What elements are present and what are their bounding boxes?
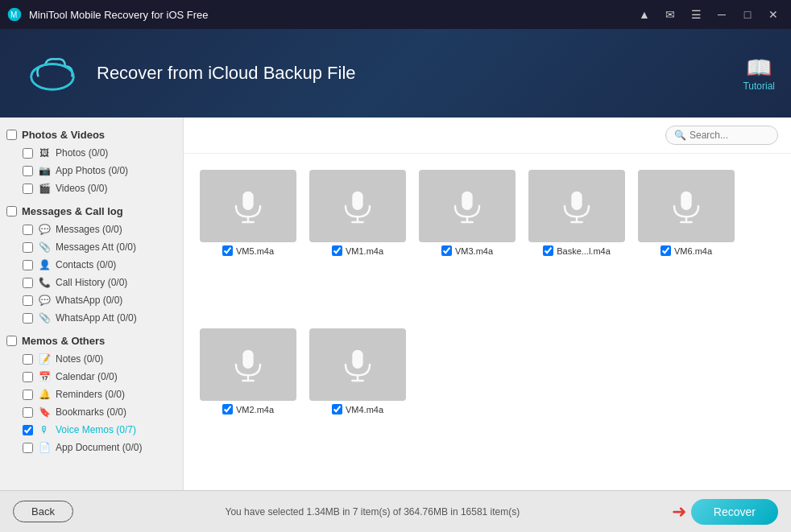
maximize-button[interactable]: □	[736, 3, 759, 26]
sidebar-item-0-0[interactable]: 🖼Photos (0/0)	[0, 144, 183, 162]
sidebar-item-label-1-5: WhatsApp Att (0/0)	[56, 312, 137, 324]
sidebar: Photos & Videos🖼Photos (0/0)📷App Photos …	[0, 118, 184, 490]
file-item[interactable]: VM6.m4a	[638, 170, 735, 315]
sidebar-item-checkbox-1-1[interactable]	[23, 242, 33, 253]
sidebar-item-checkbox-0-0[interactable]	[23, 148, 33, 159]
file-check-row: Baske...l.m4a	[543, 245, 611, 256]
sidebar-group-1: Messages & Call log💬Messages (0/0)📎Messa…	[0, 202, 183, 327]
file-item[interactable]: VM4.m4a	[309, 328, 406, 474]
sidebar-item-1-4[interactable]: 💬WhatsApp (0/0)	[0, 291, 183, 309]
file-name: VM6.m4a	[674, 246, 712, 256]
sidebar-item-2-2[interactable]: 🔔Reminders (0/0)	[0, 386, 183, 403]
sidebar-item-0-2[interactable]: 🎬Videos (0/0)	[0, 179, 183, 197]
sidebar-item-1-0[interactable]: 💬Messages (0/0)	[0, 221, 183, 238]
file-thumbnail	[309, 328, 406, 401]
sidebar-item-1-5[interactable]: 📎WhatsApp Att (0/0)	[0, 309, 183, 327]
content-toolbar: 🔍	[184, 118, 791, 154]
sidebar-group-checkbox-0[interactable]	[6, 130, 17, 140]
book-icon: 📖	[746, 56, 772, 80]
sidebar-group-header-0[interactable]: Photos & Videos	[0, 126, 183, 144]
file-name: Baske...l.m4a	[557, 246, 611, 256]
sidebar-item-2-5[interactable]: 📄App Document (0/0)	[0, 439, 183, 456]
file-checkbox[interactable]	[661, 245, 671, 256]
sidebar-item-icon-2-4: 🎙	[38, 423, 51, 436]
sidebar-item-checkbox-0-1[interactable]	[23, 166, 33, 176]
file-checkbox[interactable]	[543, 245, 553, 256]
sidebar-item-checkbox-2-1[interactable]	[23, 372, 33, 382]
file-checkbox[interactable]	[441, 245, 452, 256]
file-name: VM5.m4a	[236, 246, 274, 256]
sidebar-item-icon-1-2: 👤	[38, 258, 51, 271]
mail-icon[interactable]: ✉	[659, 3, 681, 26]
sidebar-item-checkbox-2-3[interactable]	[23, 407, 33, 418]
sidebar-item-checkbox-1-2[interactable]	[23, 260, 33, 270]
file-checkbox[interactable]	[222, 245, 233, 256]
file-check-row: VM3.m4a	[441, 245, 493, 256]
sidebar-group-0: Photos & Videos🖼Photos (0/0)📷App Photos …	[0, 126, 183, 197]
file-thumbnail	[200, 170, 296, 242]
upload-icon[interactable]: ▲	[633, 3, 656, 26]
mic-icon	[228, 186, 268, 226]
file-item[interactable]: VM5.m4a	[200, 170, 296, 315]
file-check-row: VM6.m4a	[661, 245, 712, 256]
svg-rect-22	[352, 350, 362, 369]
sidebar-group-header-2[interactable]: Memos & Others	[0, 332, 183, 350]
svg-rect-19	[242, 350, 253, 369]
tutorial-button[interactable]: 📖 Tutorial	[743, 56, 775, 92]
file-checkbox[interactable]	[222, 404, 233, 414]
back-button[interactable]: Back	[13, 501, 73, 522]
sidebar-item-checkbox-1-4[interactable]	[23, 295, 33, 306]
app-icon: M	[6, 6, 23, 23]
sidebar-group-checkbox-1[interactable]	[6, 206, 17, 217]
sidebar-item-1-1[interactable]: 📎Messages Att (0/0)	[0, 238, 183, 256]
titlebar-controls: ▲ ✉ ☰ ─ □ ✕	[633, 3, 785, 26]
sidebar-item-2-0[interactable]: 📝Notes (0/0)	[0, 350, 183, 368]
sidebar-item-checkbox-2-2[interactable]	[23, 390, 33, 400]
sidebar-item-2-3[interactable]: 🔖Bookmarks (0/0)	[0, 403, 183, 421]
sidebar-item-checkbox-1-5[interactable]	[23, 313, 33, 324]
sidebar-item-icon-2-5: 📄	[38, 441, 51, 454]
search-box[interactable]: 🔍	[665, 126, 778, 145]
sidebar-item-checkbox-1-3[interactable]	[23, 278, 33, 288]
file-thumbnail	[200, 328, 296, 401]
sidebar-item-label-1-3: Call History (0/0)	[56, 277, 127, 288]
sidebar-item-checkbox-2-4[interactable]	[23, 425, 33, 435]
file-checkbox[interactable]	[332, 404, 342, 414]
header: Recover from iCloud Backup File 📖 Tutori…	[0, 29, 791, 118]
close-button[interactable]: ✕	[762, 3, 785, 26]
sidebar-item-checkbox-1-0[interactable]	[23, 225, 33, 235]
file-name: VM2.m4a	[236, 405, 274, 414]
sidebar-item-0-1[interactable]: 📷App Photos (0/0)	[0, 162, 183, 179]
recover-button[interactable]: Recover	[691, 499, 778, 525]
sidebar-item-label-2-5: App Document (0/0)	[56, 442, 142, 453]
file-item[interactable]: Baske...l.m4a	[528, 170, 625, 315]
sidebar-group-checkbox-2[interactable]	[6, 336, 17, 346]
svg-rect-16	[681, 192, 691, 210]
file-item[interactable]: VM3.m4a	[419, 170, 516, 315]
sidebar-item-icon-2-0: 📝	[38, 353, 51, 365]
sidebar-item-icon-1-3: 📞	[38, 276, 51, 289]
menu-icon[interactable]: ☰	[685, 3, 707, 26]
minimize-button[interactable]: ─	[710, 3, 733, 26]
svg-rect-13	[571, 192, 582, 210]
mic-icon	[557, 186, 597, 226]
sidebar-item-icon-2-1: 📅	[38, 370, 51, 383]
sidebar-item-2-1[interactable]: 📅Calendar (0/0)	[0, 368, 183, 386]
sidebar-item-2-4[interactable]: 🎙Voice Memos (0/7)	[0, 421, 183, 439]
search-input[interactable]	[690, 130, 770, 141]
sidebar-item-icon-1-5: 📎	[38, 311, 51, 324]
file-checkbox[interactable]	[332, 245, 342, 256]
file-item[interactable]: VM1.m4a	[309, 170, 406, 315]
sidebar-group-label-1: Messages & Call log	[22, 205, 123, 217]
sidebar-item-1-3[interactable]: 📞Call History (0/0)	[0, 274, 183, 291]
sidebar-item-checkbox-0-2[interactable]	[23, 184, 33, 194]
sidebar-group-header-1[interactable]: Messages & Call log	[0, 202, 183, 221]
sidebar-item-checkbox-2-5[interactable]	[23, 443, 33, 453]
file-item[interactable]: VM2.m4a	[200, 328, 296, 474]
search-icon: 🔍	[674, 130, 686, 141]
sidebar-item-1-2[interactable]: 👤Contacts (0/0)	[0, 256, 183, 274]
sidebar-item-icon-0-0: 🖼	[38, 146, 51, 159]
sidebar-item-label-2-4: Voice Memos (0/7)	[56, 424, 136, 435]
sidebar-item-checkbox-2-0[interactable]	[23, 354, 33, 365]
file-name: VM4.m4a	[346, 405, 383, 414]
